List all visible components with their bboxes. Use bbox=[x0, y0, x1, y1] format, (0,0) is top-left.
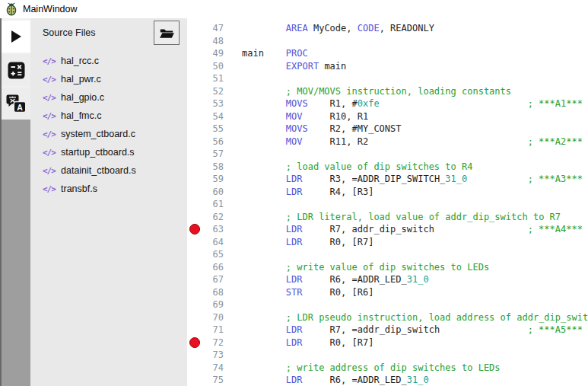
code-line[interactable]: 69 bbox=[187, 298, 588, 311]
run-button[interactable] bbox=[2, 21, 30, 53]
code-token: MyCode, bbox=[308, 23, 358, 33]
line-number-gutter[interactable]: 65 bbox=[187, 248, 228, 261]
code-line[interactable]: 63 LDR R7, addr_dip_switch; ***A4*** bbox=[187, 223, 588, 236]
file-item[interactable]: </>hal_fmc.c bbox=[30, 107, 187, 125]
translate-button[interactable]: A bbox=[2, 88, 30, 120]
code-line[interactable]: 58 ; load value of dip switches to R4 bbox=[187, 161, 588, 174]
code-line[interactable]: 73 bbox=[187, 349, 588, 362]
code-line[interactable]: 66 ; write value of dip switches to LEDs bbox=[187, 261, 588, 274]
file-item[interactable]: </>datainit_ctboard.s bbox=[30, 161, 187, 180]
file-item[interactable]: </>transbf.s bbox=[30, 180, 187, 198]
line-number-gutter[interactable]: 72 bbox=[187, 337, 228, 349]
line-number-gutter[interactable]: 58 bbox=[187, 161, 228, 174]
line-number-gutter[interactable]: 54 bbox=[187, 110, 228, 123]
code-line[interactable]: 56 MOV R11, R2; ***A2*** bbox=[187, 136, 588, 148]
line-number: 67 bbox=[213, 274, 224, 285]
line-number-gutter[interactable]: 49 bbox=[187, 47, 228, 60]
line-number-gutter[interactable]: 60 bbox=[187, 186, 228, 199]
line-number-gutter[interactable]: 63 bbox=[187, 223, 228, 236]
line-number-gutter[interactable]: 69 bbox=[187, 298, 228, 311]
file-item[interactable]: </>startup_ctboard.s bbox=[30, 143, 187, 161]
line-number-gutter[interactable]: 66 bbox=[187, 261, 228, 274]
line-number: 65 bbox=[213, 249, 224, 260]
code-line[interactable]: 57 bbox=[187, 148, 588, 161]
breakpoint-dot[interactable] bbox=[189, 224, 200, 234]
code-token: main bbox=[242, 48, 286, 59]
trailing-comment: ; ***A2*** bbox=[528, 136, 583, 148]
code-line[interactable]: 60 LDR R4, [R3] bbox=[187, 186, 588, 199]
line-number-gutter[interactable]: 57 bbox=[187, 148, 228, 161]
calculator-button[interactable] bbox=[2, 54, 30, 86]
code-line[interactable]: 52 ; MOV/MOVS instruction, loading const… bbox=[187, 85, 588, 98]
file-item[interactable]: </>hal_gpio.c bbox=[30, 88, 187, 107]
line-number-gutter[interactable]: 74 bbox=[187, 362, 228, 375]
line-number-gutter[interactable]: 67 bbox=[187, 273, 228, 286]
code-token bbox=[242, 61, 286, 72]
code-token bbox=[242, 174, 286, 184]
code-line[interactable]: 74 ; write address of dip switches to LE… bbox=[187, 362, 588, 375]
line-number-gutter[interactable]: 59 bbox=[187, 173, 228, 186]
code-editor[interactable]: 47 AREA MyCode, CODE, READONLY4849main P… bbox=[187, 18, 588, 386]
line-number-gutter[interactable]: 51 bbox=[187, 72, 228, 85]
code-file-icon: </> bbox=[43, 75, 61, 85]
code-line[interactable]: 65 bbox=[187, 248, 588, 261]
line-number-gutter[interactable]: 61 bbox=[187, 198, 228, 211]
code-token: , READONLY bbox=[380, 23, 434, 33]
code-line[interactable]: 64 LDR R0, [R7] bbox=[187, 236, 588, 249]
line-number-gutter[interactable]: 47 bbox=[187, 22, 228, 35]
code-text bbox=[228, 72, 588, 85]
code-token bbox=[242, 23, 286, 33]
code-line[interactable]: 53 MOVS R1, #0xfe; ***A1*** bbox=[187, 97, 588, 110]
line-number-gutter[interactable]: 70 bbox=[187, 311, 228, 324]
line-number: 72 bbox=[213, 337, 224, 348]
code-line[interactable]: 71 LDR R7, =addr_dip_switch; ***A5*** bbox=[187, 324, 588, 337]
code-line[interactable]: 68 STR R0, [R6] bbox=[187, 286, 588, 299]
code-line[interactable]: 54 MOV R10, R1 bbox=[187, 110, 588, 123]
code-line[interactable]: 50 EXPORT main bbox=[187, 60, 588, 73]
line-number-gutter[interactable]: 53 bbox=[187, 97, 228, 110]
code-line[interactable]: 61 bbox=[187, 198, 588, 211]
code-token: 31_0 bbox=[407, 375, 429, 385]
code-line[interactable]: 70 ; LDR pseudo instruction, load addres… bbox=[187, 311, 588, 324]
code-line[interactable]: 59 LDR R3, =ADDR_DIP_SWITCH_31_0; ***A3*… bbox=[187, 173, 588, 186]
code-line[interactable]: 72 LDR R0, [R7] bbox=[187, 337, 588, 349]
code-token: R3, =ADDR_DIP_SWITCH_ bbox=[302, 174, 445, 184]
file-item[interactable]: </>system_ctboard.c bbox=[30, 125, 187, 143]
line-number-gutter[interactable]: 75 bbox=[187, 374, 228, 386]
line-number: 49 bbox=[213, 48, 224, 59]
code-line[interactable]: 55 MOVS R2, #MY_CONST bbox=[187, 123, 588, 136]
line-number-gutter[interactable]: 50 bbox=[187, 60, 228, 73]
line-number: 71 bbox=[213, 324, 224, 335]
code-line[interactable]: 48 bbox=[187, 35, 588, 48]
line-number-gutter[interactable]: 48 bbox=[187, 35, 228, 48]
line-number-gutter[interactable]: 64 bbox=[187, 236, 228, 249]
line-number-gutter[interactable]: 68 bbox=[187, 286, 228, 299]
code-comment: ; load value of dip switches to R4 bbox=[286, 161, 473, 172]
breakpoint-dot[interactable] bbox=[189, 337, 200, 348]
code-line[interactable]: 49main PROC bbox=[187, 47, 588, 60]
file-item[interactable]: </>hal_rcc.c bbox=[30, 52, 187, 70]
line-number-gutter[interactable]: 71 bbox=[187, 324, 228, 337]
file-name: datainit_ctboard.s bbox=[61, 165, 136, 176]
line-number-gutter[interactable]: 62 bbox=[187, 211, 228, 224]
code-line[interactable]: 51 bbox=[187, 72, 588, 85]
open-folder-button[interactable] bbox=[154, 21, 180, 45]
code-line[interactable]: 47 AREA MyCode, CODE, READONLY bbox=[187, 22, 588, 35]
code-token bbox=[242, 187, 286, 197]
file-name: startup_ctboard.s bbox=[61, 147, 135, 158]
code-text: ; write address of dip switches to LEDs bbox=[228, 362, 588, 375]
line-number-gutter[interactable]: 73 bbox=[187, 349, 228, 362]
file-item[interactable]: </>hal_pwr.c bbox=[30, 70, 187, 88]
line-number: 47 bbox=[213, 23, 224, 33]
line-number-gutter[interactable]: 52 bbox=[187, 85, 228, 98]
translate-icon: A bbox=[6, 94, 27, 113]
code-text: MOV R10, R1 bbox=[228, 110, 588, 123]
code-file-icon: </> bbox=[43, 148, 61, 158]
code-token: LDR bbox=[286, 237, 303, 247]
code-line[interactable]: 62 ; LDR literal, load value of addr_dip… bbox=[187, 211, 588, 224]
open-folder-icon bbox=[159, 27, 174, 40]
line-number-gutter[interactable]: 56 bbox=[187, 136, 228, 148]
code-line[interactable]: 75 LDR R6, =ADDR_LED_31_0 bbox=[187, 374, 588, 386]
code-line[interactable]: 67 LDR R6, =ADDR_LED_31_0 bbox=[187, 273, 588, 286]
line-number-gutter[interactable]: 55 bbox=[187, 123, 228, 136]
